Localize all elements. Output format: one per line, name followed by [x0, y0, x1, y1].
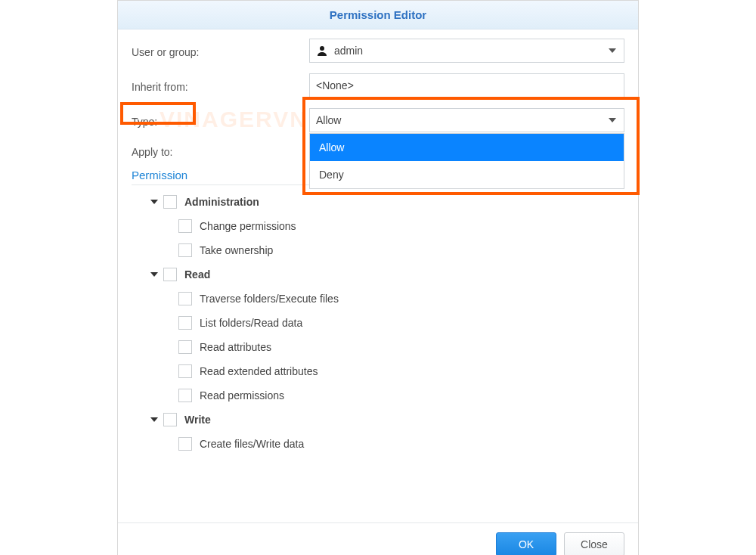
- checkbox-read-extended-attributes[interactable]: [178, 364, 192, 378]
- label-inherit-from: Inherit from:: [132, 78, 309, 93]
- dialog-title: Permission Editor: [118, 1, 638, 29]
- tree-item-take-ownership: Take ownership: [132, 238, 624, 262]
- dialog-footer: OK Close: [118, 522, 638, 555]
- tree-toggle-read[interactable]: [145, 271, 163, 278]
- tree-label-administration: Administration: [184, 196, 259, 208]
- permission-editor-dialog: Permission Editor VINAGERVN User or grou…: [117, 0, 639, 555]
- tree-label-read: Read: [184, 268, 210, 281]
- tree-label: List folders/Read data: [200, 317, 302, 329]
- row-type: Type: Allow Allow Deny: [132, 108, 624, 132]
- checkbox-read-attributes[interactable]: [178, 340, 192, 354]
- tree-item-create-files: Create files/Write data: [132, 432, 624, 456]
- ok-button-label: OK: [519, 538, 534, 550]
- label-user-or-group: User or group:: [132, 43, 309, 58]
- type-dropdown-panel: Allow Deny: [309, 133, 624, 189]
- tree-label: Read permissions: [200, 389, 284, 402]
- close-button[interactable]: Close: [564, 532, 624, 555]
- checkbox-write[interactable]: [163, 413, 177, 426]
- tree-label-write: Write: [184, 414, 211, 426]
- tree-item-read-permissions: Read permissions: [132, 383, 624, 408]
- type-option-label: Deny: [319, 169, 344, 181]
- tree-toggle-administration[interactable]: [145, 198, 163, 206]
- tree-toggle-write[interactable]: [145, 416, 163, 423]
- checkbox-list-folders[interactable]: [178, 316, 192, 330]
- checkbox-read-permissions[interactable]: [178, 389, 192, 402]
- tree-group-write: Write: [132, 408, 624, 432]
- label-type: Type:: [132, 113, 309, 128]
- tree-item-read-extended-attributes: Read extended attributes: [132, 359, 624, 383]
- tree-label: Read extended attributes: [200, 365, 318, 377]
- user-or-group-value: admin: [334, 45, 363, 57]
- chevron-down-icon: [609, 118, 616, 122]
- checkbox-read[interactable]: [163, 268, 177, 281]
- tree-item-read-attributes: Read attributes: [132, 335, 624, 359]
- row-inherit-from: Inherit from: <None>: [132, 73, 624, 98]
- tree-item-list-folders: List folders/Read data: [132, 311, 624, 335]
- tree-label: Create files/Write data: [200, 438, 304, 450]
- tree-group-read: Read: [132, 262, 624, 287]
- user-or-group-select[interactable]: admin: [309, 39, 624, 63]
- checkbox-administration[interactable]: [163, 195, 177, 209]
- type-select[interactable]: Allow: [309, 108, 624, 132]
- svg-point-0: [320, 46, 324, 51]
- tree-label: Take ownership: [200, 244, 273, 256]
- tree-label: Change permissions: [200, 220, 296, 232]
- type-option-deny[interactable]: Deny: [310, 161, 624, 188]
- tree-item-traverse-folders: Traverse folders/Execute files: [132, 287, 624, 311]
- checkbox-change-permissions[interactable]: [178, 219, 192, 233]
- user-icon: [316, 45, 328, 57]
- permission-tree[interactable]: Administration Change permissions Take o…: [132, 190, 624, 515]
- type-option-label: Allow: [319, 141, 344, 153]
- dialog-title-text: Permission Editor: [330, 8, 426, 21]
- row-user-or-group: User or group: admin: [132, 39, 624, 63]
- label-apply-to: Apply to:: [132, 143, 309, 158]
- tree-group-administration: Administration: [132, 190, 624, 214]
- checkbox-create-files[interactable]: [178, 437, 192, 451]
- dialog-content: VINAGERVN User or group: admin Inherit f…: [118, 29, 638, 522]
- tree-label: Traverse folders/Execute files: [200, 293, 339, 305]
- ok-button[interactable]: OK: [496, 532, 556, 555]
- checkbox-traverse-folders[interactable]: [178, 292, 192, 305]
- inherit-from-field: <None>: [309, 73, 624, 98]
- type-value: Allow: [316, 114, 341, 126]
- inherit-from-value: <None>: [316, 79, 354, 91]
- type-option-allow[interactable]: Allow: [310, 134, 624, 161]
- tree-item-change-permissions: Change permissions: [132, 214, 624, 238]
- checkbox-take-ownership[interactable]: [178, 243, 192, 257]
- tree-label: Read attributes: [200, 341, 271, 353]
- chevron-down-icon: [609, 48, 616, 53]
- close-button-label: Close: [581, 538, 608, 550]
